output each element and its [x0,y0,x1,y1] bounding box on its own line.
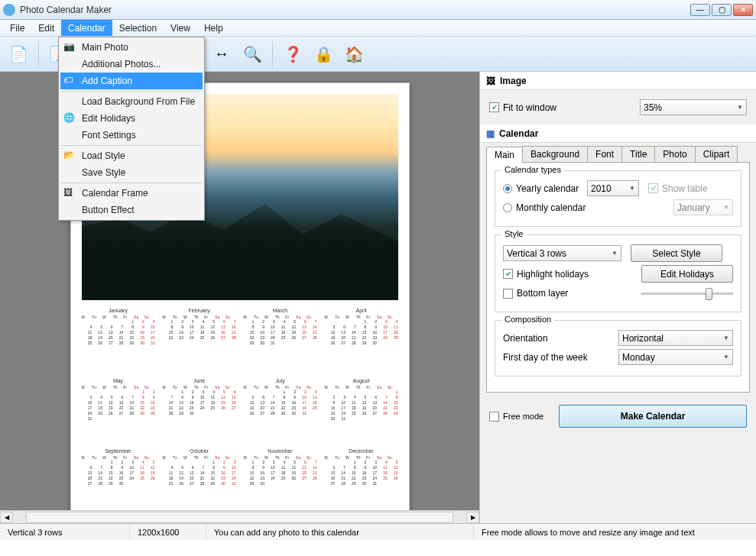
month-january: JanuaryMTuWThFrSaSu000012345678910111213… [82,308,155,373]
menu-item-button-effect[interactable]: Button Effect [60,202,203,218]
menu-edit[interactable]: Edit [31,20,61,36]
tab-title[interactable]: Title [621,146,655,162]
month-select: January▼ [673,199,733,215]
style-select[interactable]: Vertical 3 rows▼ [503,245,621,261]
statusbar: Vertical 3 rows 1200x1600 You can add an… [0,523,756,540]
toolbar-home-button[interactable]: 🏠 [340,40,368,68]
fit-to-window-checkbox[interactable]: ✔ [489,102,499,112]
free-mode-checkbox[interactable] [489,412,499,422]
month-may: MayMTuWThFrSaSu0000012345678910111213141… [82,378,155,444]
toolbar-arrows-button[interactable]: ↔ [208,40,235,68]
style-group: Style Vertical 3 rows▼ Select Style ✔ Hi… [495,234,741,312]
firstday-label: First day of the week [503,352,618,363]
folder-icon: 📂 [63,150,76,162]
tab-main[interactable]: Main [486,147,523,163]
highlight-holidays-checkbox[interactable]: ✔ [503,269,513,279]
menu-item-save-style[interactable]: Save Style [60,164,203,181]
orientation-label: Orientation [503,333,618,344]
month-april: AprilMTuWThFrSaSu00012345678910111213141… [325,308,398,373]
menu-item-load-background-from-file[interactable]: Load Background From File [60,93,203,110]
menu-item-font-settings[interactable]: Font Settings [60,127,203,144]
close-button[interactable]: ✕ [733,4,753,16]
toolbar-lock-button[interactable]: 🔒 [310,40,337,68]
highlight-holidays-label: Highlight holidays [517,269,641,280]
toolbar-new-page-button[interactable]: 📄 [5,40,32,68]
side-panel: 🖼 Image ✔ Fit to window 35%▼ ▦ Calendar … [479,72,756,523]
month-september: SeptemberMTuWThFrSaSu0012345678910111213… [82,448,155,510]
month-june: JuneMTuWThFrSaSu012345678910111213141516… [163,378,236,444]
zoom-select[interactable]: 35%▼ [640,99,747,115]
free-mode-label: Free mode [503,412,543,421]
fit-to-window-label: Fit to window [503,102,640,113]
bottom-layer-slider[interactable] [641,286,733,301]
show-table-label: Show table [662,183,733,194]
calendar-types-label: Calendar types [501,165,564,174]
calendar-grid: JanuaryMTuWThFrSaSu000012345678910111213… [82,308,398,510]
chevron-down-icon: ▼ [723,354,729,360]
yearly-label: Yearly calendar [516,183,587,194]
toolbar-help-button[interactable]: ❓ [279,40,307,68]
calendar-header-label: Calendar [499,128,538,139]
tab-clipart[interactable]: Clipart [695,146,738,162]
horizontal-scrollbar[interactable]: ◀ ▶ [0,510,479,523]
titlebar: Photo Calendar Maker — ▢ ✕ [0,0,756,20]
image-header-label: Image [500,76,527,86]
bottom-layer-checkbox[interactable] [503,289,513,299]
menu-view[interactable]: View [164,20,197,36]
month-october: OctoberMTuWThFrSaSu000012345678910111213… [163,448,236,510]
globe-icon: 🌐 [63,112,76,124]
scroll-track[interactable] [26,512,453,523]
status-hint: You can add any photo to this calendar [206,524,474,540]
tab-font[interactable]: Font [587,146,622,162]
status-size: 1200x1600 [130,524,206,540]
chevron-down-icon: ▼ [723,204,729,211]
calendar-panel-header[interactable]: ▦ Calendar [480,124,756,143]
year-select[interactable]: 2010▼ [587,180,639,196]
firstday-select[interactable]: Monday▼ [618,349,733,365]
zoom-value: 35% [644,102,662,113]
scroll-left-arrow[interactable]: ◀ [0,512,13,523]
month-february: FebruaryMTuWThFrSaSu12345678910111213141… [163,308,236,373]
arrows-icon: ↔ [214,45,229,63]
menu-item-main-photo[interactable]: 📷Main Photo [60,39,203,56]
menu-item-load-style[interactable]: 📂Load Style [60,147,203,164]
month-december: DecemberMTuWThFrSaSu00123456789101112131… [325,448,398,510]
menu-item-edit-holidays[interactable]: 🌐Edit Holidays [60,110,203,127]
maximize-button[interactable]: ▢ [712,4,732,16]
show-table-checkbox: ✔ [648,183,658,193]
frame-icon: 🖼 [63,187,76,199]
composition-group: Composition Orientation Horizontal▼ Firs… [495,320,741,377]
bottom-layer-label: Bottom layer [517,288,641,299]
tab-photo[interactable]: Photo [654,146,695,162]
scroll-right-arrow[interactable]: ▶ [466,512,479,523]
chevron-down-icon: ▼ [612,250,618,257]
menu-file[interactable]: File [3,20,31,36]
month-july: JulyMTuWThFrSaSu000123456789101112131415… [244,378,317,444]
toolbar-zoom-button[interactable]: 🔍 [238,40,266,68]
monthly-radio[interactable] [503,203,512,212]
camera-icon: 📷 [63,41,76,53]
minimize-button[interactable]: — [690,4,710,16]
grid-icon: ▦ [486,128,495,139]
menu-calendar[interactable]: Calendar [61,20,112,36]
image-panel-header[interactable]: 🖼 Image [480,72,756,90]
image-icon: 🖼 [486,76,495,86]
menu-help[interactable]: Help [197,20,230,36]
new-page-icon: 📄 [9,45,28,63]
month-november: NovemberMTuWThFrSaSu12345678910111213141… [244,448,317,510]
menu-item-additional-photos-[interactable]: Additional Photos... [60,56,203,73]
yearly-radio[interactable] [503,184,512,193]
calendar-menu-dropdown: 📷Main PhotoAdditional Photos...🏷Add Capt… [58,37,205,221]
edit-holidays-button[interactable]: Edit Holidays [641,265,733,283]
menu-item-add-caption[interactable]: 🏷Add Caption [60,73,203,89]
select-style-button[interactable]: Select Style [631,244,722,262]
chevron-down-icon: ▼ [629,185,635,192]
menubar: File Edit Calendar Selection View Help [0,20,756,37]
make-calendar-button[interactable]: Make Calendar [559,405,747,428]
orientation-select[interactable]: Horizontal▼ [618,330,733,346]
caption-icon: 🏷 [63,75,76,87]
menu-selection[interactable]: Selection [112,20,164,36]
menu-item-calendar-frame[interactable]: 🖼Calendar Frame [60,185,203,202]
month-march: MarchMTuWThFrSaSu12345678910111213141516… [244,308,317,373]
tab-background[interactable]: Background [522,146,588,162]
